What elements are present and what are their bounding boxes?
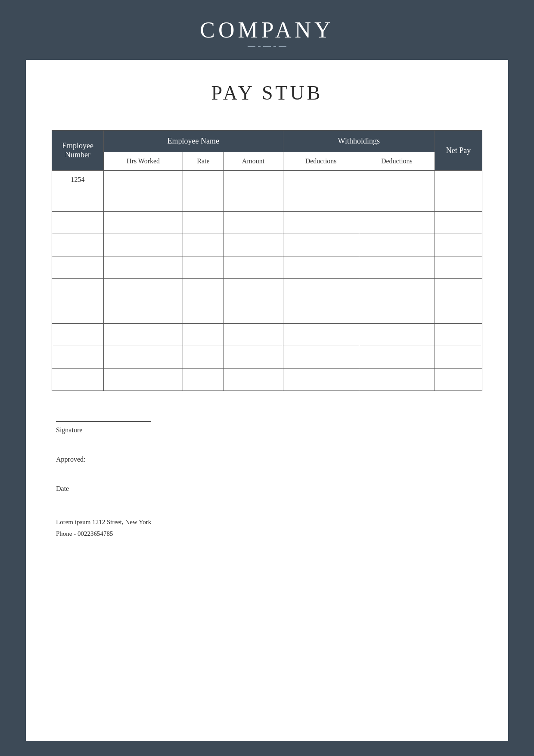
amount2-val: [435, 171, 482, 189]
table-row: [52, 324, 482, 346]
data-cell-3: [224, 346, 283, 369]
table-body: [52, 189, 482, 391]
data-cell-5: [359, 212, 435, 234]
data-cell-3: [224, 212, 283, 234]
data-cell-3: [224, 189, 283, 212]
data-cell-0: [52, 234, 104, 256]
employee-number-val: 1254: [52, 171, 104, 189]
data-cell-1: [104, 301, 183, 324]
address-line: Lorem ipsum 1212 Street, New York: [56, 519, 482, 526]
data-cell-0: [52, 369, 104, 391]
data-cell-6: [435, 279, 482, 301]
subheader-hrs-worked: Hrs Worked: [104, 152, 183, 171]
data-cell-6: [435, 301, 482, 324]
data-cell-0: [52, 301, 104, 324]
approved-section: Approved:: [52, 456, 482, 463]
phone-line: Phone - 00223654785: [56, 530, 482, 537]
data-cell-2: [183, 346, 224, 369]
col-employee-name: Employee Name: [104, 131, 283, 152]
data-cell-2: [183, 234, 224, 256]
dec-line-4: [273, 46, 276, 47]
white-card: PAY STUB EmployeeNumber Employee Name Wi…: [26, 60, 508, 741]
data-cell-3: [224, 234, 283, 256]
data-cell-4: [283, 189, 359, 212]
data-cell-3: [224, 324, 283, 346]
table-row: [52, 212, 482, 234]
dec-line-3: [263, 46, 271, 47]
data-cell-1: [104, 324, 183, 346]
data-cell-5: [359, 301, 435, 324]
data-cell-0: [52, 346, 104, 369]
data-cell-4: [283, 212, 359, 234]
data-cell-4: [283, 279, 359, 301]
data-cell-6: [435, 346, 482, 369]
table-row: [52, 346, 482, 369]
deductions2-val: [359, 171, 435, 189]
subheader-rate: Rate: [183, 152, 224, 171]
dec-line-2: [258, 46, 261, 47]
subheader-deductions2: Deductions: [359, 152, 435, 171]
data-cell-0: [52, 279, 104, 301]
data-cell-4: [283, 301, 359, 324]
data-cell-5: [359, 234, 435, 256]
data-cell-6: [435, 189, 482, 212]
signature-line: [56, 421, 151, 422]
data-cell-4: [283, 346, 359, 369]
data-cell-2: [183, 256, 224, 279]
subheader-deductions1: Deductions: [283, 152, 359, 171]
dec-line-5: [279, 46, 286, 47]
data-cell-0: [52, 212, 104, 234]
col-withholdings: Withholdings: [283, 131, 435, 152]
date-label: Date: [56, 485, 69, 492]
header-section: COMPANY: [0, 0, 534, 60]
data-cell-1: [104, 256, 183, 279]
table-row: [52, 189, 482, 212]
table-header-row-2: Hrs Worked Rate Amount Deductions Deduct…: [52, 152, 482, 171]
dec-line-1: [248, 46, 255, 47]
amount1-val: [224, 171, 283, 189]
pay-stub-table: EmployeeNumber Employee Name Withholding…: [52, 130, 482, 391]
data-cell-6: [435, 234, 482, 256]
address-section: Lorem ipsum 1212 Street, New York Phone …: [52, 519, 482, 537]
data-cell-5: [359, 324, 435, 346]
signature-section: Signature: [52, 421, 482, 434]
page-wrapper: COMPANY PAY STUB EmployeeNumber Employee…: [0, 0, 534, 756]
data-cell-0: [52, 189, 104, 212]
data-cell-2: [183, 189, 224, 212]
table-row: [52, 279, 482, 301]
deductions1-val: [283, 171, 359, 189]
data-cell-1: [104, 234, 183, 256]
data-cell-4: [283, 324, 359, 346]
data-cell-6: [435, 212, 482, 234]
data-cell-2: [183, 279, 224, 301]
table-data-start-row: 1254: [52, 171, 482, 189]
subheader-amount1: Amount: [224, 152, 283, 171]
table-row: [52, 234, 482, 256]
data-cell-5: [359, 256, 435, 279]
data-cell-1: [104, 189, 183, 212]
table-header-row-1: EmployeeNumber Employee Name Withholding…: [52, 131, 482, 152]
data-cell-2: [183, 324, 224, 346]
data-cell-2: [183, 301, 224, 324]
hrs-worked-val: [104, 171, 183, 189]
data-cell-5: [359, 346, 435, 369]
data-cell-6: [435, 324, 482, 346]
col-net-pay: Net Pay: [435, 131, 482, 171]
data-cell-1: [104, 212, 183, 234]
table-row: [52, 369, 482, 391]
data-cell-6: [435, 256, 482, 279]
data-cell-3: [224, 301, 283, 324]
data-cell-5: [359, 189, 435, 212]
header-decorative: [248, 46, 286, 47]
data-cell-2: [183, 369, 224, 391]
data-cell-1: [104, 369, 183, 391]
data-cell-4: [283, 369, 359, 391]
date-section: Date: [52, 485, 482, 493]
data-cell-6: [435, 369, 482, 391]
data-cell-0: [52, 324, 104, 346]
data-cell-2: [183, 212, 224, 234]
pay-stub-title: PAY STUB: [52, 81, 482, 104]
data-cell-3: [224, 369, 283, 391]
data-cell-4: [283, 234, 359, 256]
rate-val: [183, 171, 224, 189]
